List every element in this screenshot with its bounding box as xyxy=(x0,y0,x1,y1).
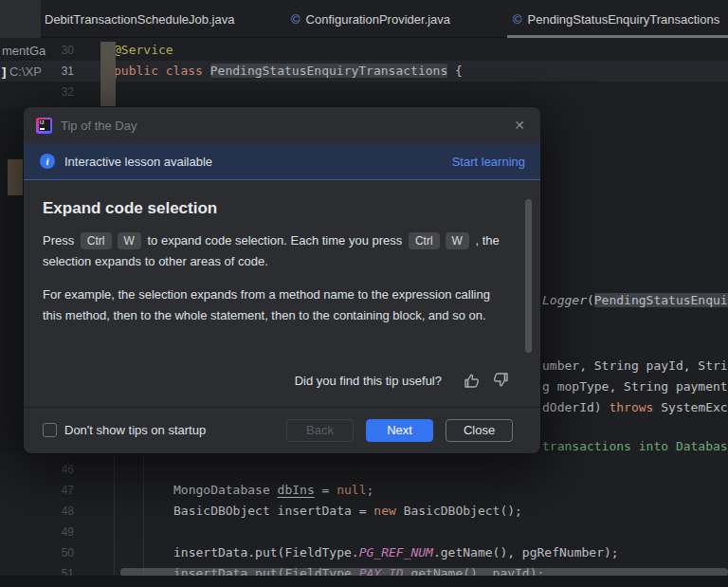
line-number-current: 31 xyxy=(36,61,74,82)
background-scrollbar-strip xyxy=(100,42,116,108)
indent-guide xyxy=(114,455,115,576)
dialog-scrollbar[interactable] xyxy=(525,199,532,353)
tab-label: DebitTransactionScheduleJob.java xyxy=(45,12,234,27)
line-number: 50 xyxy=(36,542,74,563)
thumbs-down-icon[interactable] xyxy=(491,371,510,390)
line-number: 49 xyxy=(36,522,74,542)
code-line-47: MongoDatabase dbIns = null; xyxy=(173,480,373,501)
background-project-text: mentGa xyxy=(2,44,46,58)
code-line-48: BasicDBObject insertData = new BasicDBOb… xyxy=(173,501,522,522)
tab-configuration-provider[interactable]: © ConfigurationProvider.java xyxy=(291,0,450,38)
dialog-titlebar: IJ Tip of the Day ✕ xyxy=(24,107,540,143)
tip-paragraph-1: Press CtrlW to expand code selection. Ea… xyxy=(43,230,502,272)
editor-tab-bar: DebitTransactionScheduleJob.java © Confi… xyxy=(0,0,728,38)
line-number: 47 xyxy=(36,480,74,501)
thumbs-up-icon[interactable] xyxy=(463,371,482,390)
banner-text: Interactive lesson available xyxy=(64,155,452,169)
ide-window: 30 31 32 @Service public class PendingSt… xyxy=(0,0,728,587)
tab-pending-status-enquiry-transactions[interactable]: © PendingStatusEnquiryTransactions xyxy=(513,0,719,38)
intellij-logo-icon: IJ xyxy=(36,118,52,134)
tab-debit-transaction-schedule-job[interactable]: DebitTransactionScheduleJob.java xyxy=(45,0,234,38)
background-highlight-patch xyxy=(8,159,24,195)
code-fragment: transactions into Database xyxy=(542,438,728,455)
line-number: 48 xyxy=(36,501,74,522)
tip-paragraph-2: For example, the selection expands from … xyxy=(43,284,502,326)
code-fragment: dOderId) throws SystemExce xyxy=(542,399,728,416)
close-icon[interactable]: ✕ xyxy=(514,118,525,133)
code-fragment: umber, String payId, Strin xyxy=(542,358,728,375)
back-button[interactable]: Back xyxy=(286,419,354,442)
code-fragment: Logger(PendingStatusEnquir xyxy=(542,292,728,309)
dialog-footer: Don't show tips on startup Back Next Clo… xyxy=(24,407,540,452)
next-button[interactable]: Next xyxy=(366,419,433,442)
class-icon: © xyxy=(513,13,522,26)
tip-of-the-day-dialog: IJ Tip of the Day ✕ i Interactive lesson… xyxy=(24,107,540,453)
code-line-31: public class PendingStatusEnquiryTransac… xyxy=(114,61,463,82)
feedback-row: Did you find this tip useful? xyxy=(295,371,510,390)
code-line-50: insertData.put(FieldType.PG_REF_NUM.getN… xyxy=(173,542,619,563)
info-icon: i xyxy=(40,154,55,169)
start-learning-link[interactable]: Start learning xyxy=(452,155,525,169)
panel-corner xyxy=(0,0,41,38)
code-line-30: @Service xyxy=(114,40,173,61)
tip-body: Expand code selection Press CtrlW to exp… xyxy=(24,180,540,407)
tip-heading: Expand code selection xyxy=(43,199,502,218)
line-number: 32 xyxy=(36,82,74,102)
background-path-text: ] C:\XP xyxy=(2,64,42,79)
active-tab-underline xyxy=(507,35,728,38)
line-number: 46 xyxy=(36,459,74,480)
dont-show-tips-checkbox[interactable] xyxy=(43,423,57,437)
class-icon: © xyxy=(291,13,300,26)
close-button[interactable]: Close xyxy=(446,419,513,442)
code-fragment: g mopType, String payments xyxy=(542,378,728,395)
interactive-lesson-banner: i Interactive lesson available Start lea… xyxy=(24,143,540,180)
status-strip xyxy=(0,576,728,587)
feedback-question: Did you find this tip useful? xyxy=(295,374,442,388)
indent-guide xyxy=(143,455,144,576)
tab-label: ConfigurationProvider.java xyxy=(306,12,450,27)
checkbox-label: Don't show tips on startup xyxy=(64,423,274,437)
tab-label: PendingStatusEnquiryTransactions xyxy=(528,12,720,27)
dialog-title: Tip of the Day xyxy=(61,119,514,133)
